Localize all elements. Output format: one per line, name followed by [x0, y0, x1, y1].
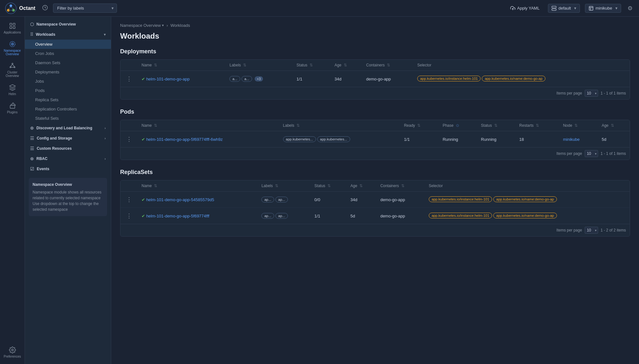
deployments-col-containers[interactable]: Containers ⇅ — [362, 60, 413, 71]
namespace-dropdown[interactable]: default — [548, 4, 580, 13]
svg-point-1 — [10, 4, 12, 7]
app-logo: Octant — [5, 3, 37, 14]
svg-rect-15 — [13, 27, 15, 28]
label-badge[interactable]: ap... — [261, 197, 274, 202]
row-action[interactable]: ⋮ — [120, 192, 138, 208]
deployments-table-container: Name ⇅ Labels ⇅ Status ⇅ Age ⇅ Container… — [120, 59, 630, 100]
pods-col-name[interactable]: Name ⇅ — [138, 120, 279, 131]
replicasets-col-containers[interactable]: Containers ⇅ — [376, 180, 425, 192]
sidebar-item-preferences[interactable]: Preferences — [0, 343, 25, 361]
selector-badge[interactable]: app.kubernetes.io/instance:helm-101 — [429, 213, 492, 218]
apply-yaml-button[interactable]: Apply YAML — [507, 4, 543, 13]
pod-node-link[interactable]: minikube — [563, 137, 580, 142]
selector-badge[interactable]: app.kubernetes.io/instance:helm-101 — [417, 76, 481, 81]
nav-item-pods[interactable]: Pods — [25, 86, 111, 95]
pods-col-status[interactable]: Status ⇅ — [477, 120, 515, 131]
svg-rect-25 — [10, 105, 15, 108]
nav-panel: ⬡ Namespace Overview ⠿ Workloads ▾ Overv… — [25, 17, 111, 364]
nav-item-overview[interactable]: Overview — [25, 40, 111, 49]
action-menu-button[interactable]: ⋮ — [124, 75, 134, 83]
svg-point-18 — [12, 44, 13, 44]
sidebar-item-cluster-overview[interactable]: Cluster Overview — [0, 59, 25, 81]
pods-col-node[interactable]: Node ⇅ — [559, 120, 598, 131]
svg-point-26 — [12, 349, 13, 351]
cluster-label: minikube — [596, 6, 612, 11]
pods-col-age[interactable]: Age ⇅ — [598, 120, 630, 131]
nav-item-cron-jobs[interactable]: Cron Jobs — [25, 49, 111, 58]
deployment-link[interactable]: helm-101-demo-go-app — [146, 77, 190, 81]
row-action[interactable]: ⋮ — [120, 131, 138, 148]
deployments-col-age[interactable]: Age ⇅ — [331, 60, 362, 71]
row-action[interactable]: ⋮ — [120, 208, 138, 224]
pod-link[interactable]: helm-101-demo-go-app-5f69774fff-6wh9z — [146, 137, 223, 142]
sidebar-item-plugins[interactable]: Plugins — [0, 99, 25, 117]
replicaset-status: 1/1 — [311, 208, 347, 224]
nav-namespace-overview[interactable]: ⬡ Namespace Overview — [25, 19, 111, 29]
label-badge[interactable]: app.kubernetes... — [317, 136, 350, 142]
deployments-page-select-wrapper: 10 — [585, 90, 598, 97]
nav-item-jobs[interactable]: Jobs — [25, 77, 111, 86]
main-layout: Applications Namespace Overview Cluster … — [0, 17, 639, 364]
selector-badge[interactable]: app.kubernetes.io/instance:helm-101 — [429, 196, 492, 202]
cluster-dropdown[interactable]: minikube — [585, 4, 621, 13]
pods-page-select[interactable]: 10 — [585, 150, 598, 157]
nav-item-daemon-sets[interactable]: Daemon Sets — [25, 58, 111, 67]
sidebar-item-namespace-overview[interactable]: Namespace Overview — [0, 37, 25, 59]
pods-col-phase[interactable]: Phase ⊙ — [439, 120, 477, 131]
label-badge[interactable]: ap... — [275, 213, 288, 219]
selector-badge[interactable]: app.kubernetes.io/name:demo-go-ap — [482, 76, 545, 81]
nav-rbac-header[interactable]: ⊛ RBAC › — [25, 154, 111, 164]
replicasets-col-age[interactable]: Age ⇅ — [347, 180, 377, 192]
replicaset-link[interactable]: helm-101-demo-go-app-54585579d5 — [146, 197, 214, 202]
replicasets-col-labels[interactable]: Labels ⇅ — [258, 180, 311, 192]
content-area: Namespace Overview › Workloads Workloads… — [111, 17, 639, 364]
nav-discovery-header[interactable]: ⊕ Discovery and Load Balancing › — [25, 123, 111, 133]
breadcrumb-separator: › — [166, 23, 168, 28]
nav-item-deployments[interactable]: Deployments — [25, 67, 111, 77]
sidebar-item-applications[interactable]: Applications — [0, 19, 25, 37]
replicaset-name: ✔ helm-101-demo-go-app-54585579d5 — [138, 192, 258, 208]
label-badge[interactable]: ap... — [275, 197, 288, 202]
selector-badge[interactable]: app.kubernetes.io/name:demo-go-ap — [493, 196, 557, 202]
label-badge[interactable]: app.kubernetes... — [283, 136, 316, 142]
filter-select[interactable]: Filter by labels — [53, 4, 117, 13]
deployments-page-select[interactable]: 10 — [585, 90, 598, 97]
topbar: Octant Filter by labels Apply YAML defau… — [0, 0, 639, 17]
nav-workloads-header[interactable]: ⠿ Workloads ▾ — [25, 29, 111, 40]
deployments-col-status[interactable]: Status ⇅ — [293, 60, 331, 71]
nav-item-replica-sets[interactable]: Replica Sets — [25, 95, 111, 104]
action-menu-button[interactable]: ⋮ — [124, 212, 134, 220]
breadcrumb-parent[interactable]: Namespace Overview — [120, 23, 164, 28]
pod-ready: 1/1 — [400, 131, 439, 148]
label-badge[interactable]: a... — [242, 76, 252, 82]
nav-events-header[interactable]: ☑ Events — [25, 164, 111, 174]
pods-col-restarts[interactable]: Restarts ⇅ — [515, 120, 559, 131]
deployments-col-labels[interactable]: Labels ⇅ — [226, 60, 293, 71]
sidebar-label-helm: Helm — [9, 92, 16, 96]
replicasets-page-select[interactable]: 10 — [585, 227, 598, 234]
history-button[interactable] — [41, 4, 49, 13]
replicasets-col-name[interactable]: Name ⇅ — [138, 180, 258, 192]
pod-phase: Running — [439, 131, 477, 148]
nav-config-header[interactable]: ☰ Config and Storage › — [25, 133, 111, 143]
action-menu-button[interactable]: ⋮ — [124, 135, 134, 143]
sidebar-item-helm[interactable]: Helm — [0, 81, 25, 99]
pods-col-ready[interactable]: Ready ⇅ — [400, 120, 439, 131]
nav-item-replication-controllers[interactable]: Replication Controllers — [25, 104, 111, 114]
row-action[interactable]: ⋮ — [120, 71, 138, 87]
pods-col-labels[interactable]: Labels ⇅ — [279, 120, 400, 131]
replicaset-status: 0/0 — [311, 192, 347, 208]
settings-button[interactable]: ⚙ — [626, 4, 634, 13]
replicasets-col-status[interactable]: Status ⇅ — [311, 180, 347, 192]
label-badge[interactable]: a... — [229, 76, 240, 82]
nav-custom-resources-header[interactable]: ☰ Custom Resources — [25, 143, 111, 154]
nav-item-stateful-sets[interactable]: Stateful Sets — [25, 114, 111, 123]
selector-badge[interactable]: app.kubernetes.io/name:demo-go-ap — [493, 213, 557, 218]
pods-section-title: Pods — [120, 109, 630, 115]
label-badge[interactable]: ap... — [261, 213, 274, 219]
deployments-col-name[interactable]: Name ⇅ — [138, 60, 226, 71]
svg-line-23 — [12, 64, 14, 66]
action-menu-button[interactable]: ⋮ — [124, 195, 134, 204]
label-count[interactable]: +3 — [255, 76, 263, 81]
replicaset-link[interactable]: helm-101-demo-go-app-5f69774fff — [146, 214, 210, 218]
